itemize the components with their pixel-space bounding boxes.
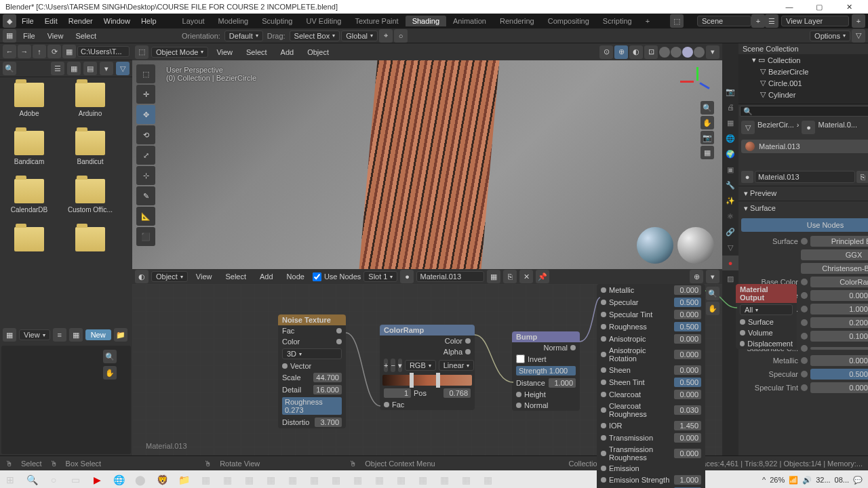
nav-refresh-icon[interactable]: ⟳ <box>47 45 61 58</box>
task-app-icon[interactable]: ▦ <box>282 470 302 488</box>
bump-invert-checkbox[interactable] <box>516 354 525 363</box>
menu-edit[interactable]: Edit <box>39 17 63 25</box>
transform-orient-dropdown[interactable]: Global <box>341 30 378 41</box>
folder-item[interactable]: Custom Offic... <box>66 179 114 214</box>
tray-chevron-icon[interactable]: ^ <box>762 476 766 484</box>
path-input[interactable]: C:\Users\T... <box>77 46 130 57</box>
bsdf-value[interactable]: 0.000 <box>674 334 701 344</box>
menu-render[interactable]: Render <box>63 17 98 25</box>
scene-input[interactable] <box>697 16 751 26</box>
prop-value[interactable]: 0.100 <box>810 331 868 342</box>
folder-item[interactable]: Adobe <box>5 83 53 117</box>
shader-type-dropdown[interactable]: Object <box>151 271 188 282</box>
gizmo-icon[interactable]: ⊕ <box>614 45 628 59</box>
breadcrumb-material[interactable]: Material.0... <box>818 121 856 134</box>
noise-scale-value[interactable]: 44.700 <box>313 373 342 382</box>
shade-solid-icon[interactable] <box>671 47 682 58</box>
nav-back-icon[interactable]: ← <box>3 45 16 58</box>
close-button[interactable]: ✕ <box>835 3 863 12</box>
open-icon[interactable]: 📁 <box>114 328 127 342</box>
node-principled-bsdf[interactable]: Metallic0.000Specular0.500Specular Tint0… <box>597 284 705 488</box>
folder-item[interactable]: Arduino <box>66 83 114 117</box>
tool-transform[interactable]: ⊹ <box>136 166 155 185</box>
task-app-icon[interactable]: ▦ <box>326 470 346 488</box>
material-ball-icon[interactable]: ● <box>400 270 414 283</box>
tab-texturepaint[interactable]: Texture Paint <box>348 16 405 26</box>
filter-funnel-icon[interactable]: ▽ <box>116 62 130 75</box>
surface-shader-value[interactable]: Principled BSDF <box>810 236 868 247</box>
task-app-icon[interactable]: ▦ <box>239 470 259 488</box>
editor-type-3dview-icon[interactable]: ⬚ <box>135 45 149 59</box>
new-button[interactable]: New <box>85 329 111 340</box>
vp-menu-select[interactable]: Select <box>241 48 273 56</box>
selectability-icon[interactable]: ⊙ <box>599 45 613 59</box>
tab-uvediting[interactable]: UV Editing <box>299 16 348 26</box>
vp-menu-view[interactable]: View <box>211 48 238 56</box>
prop-value[interactable]: 0.200 <box>810 317 868 328</box>
node-noise-texture[interactable]: Noise Texture Fac Color 3D Vector Scale4… <box>278 314 346 428</box>
view-dropdown[interactable]: View <box>19 329 50 340</box>
tool-scale[interactable]: ⤢ <box>136 146 155 165</box>
mat-browse-icon[interactable]: ▦ <box>487 270 500 283</box>
noise-dim-dropdown[interactable]: 3D <box>282 348 342 359</box>
subsurface-method-value[interactable]: Christensen-Burley <box>801 263 868 274</box>
bsdf-value[interactable]: 0.500 <box>674 322 701 331</box>
outliner-search-input[interactable] <box>740 106 868 117</box>
tool-measure[interactable]: 📐 <box>136 207 155 226</box>
task-app-icon[interactable]: ▦ <box>304 470 324 488</box>
tab-output-icon[interactable]: 🖨 <box>722 100 738 115</box>
folder-item[interactable] <box>66 227 114 254</box>
tab-layout[interactable]: Layout <box>176 16 212 26</box>
tab-particle-icon[interactable]: ✨ <box>722 193 738 208</box>
node-bump[interactable]: Bump Normal Invert Strength 1.000 Distan… <box>512 331 580 411</box>
ne-zoom-icon[interactable]: 🔍 <box>706 287 719 300</box>
prop-value[interactable]: 0.000 <box>810 382 868 393</box>
ramp-index-value[interactable]: 1 <box>384 388 411 398</box>
zoom-icon[interactable]: 🔍 <box>103 350 117 363</box>
bsdf-value[interactable]: 0.000 <box>674 390 701 399</box>
tool-move[interactable]: ✥ <box>136 105 155 124</box>
start-button[interactable]: ⊞ <box>0 470 20 488</box>
panel-surface[interactable]: Surface <box>738 201 868 216</box>
tab-render-icon[interactable]: 📷 <box>722 84 738 99</box>
snap-icon[interactable]: ⌖ <box>379 29 393 43</box>
shading-dropdown-icon[interactable]: ▾ <box>706 45 719 59</box>
mat-pin-icon[interactable]: 📌 <box>536 270 549 283</box>
task-explorer-icon[interactable]: 📁 <box>174 470 194 488</box>
task-edge-icon[interactable]: 🌐 <box>108 470 129 488</box>
noise-detail-value[interactable]: 16.000 <box>313 385 342 394</box>
prop-value[interactable] <box>810 347 868 350</box>
task-app-icon[interactable]: ▦ <box>456 470 476 488</box>
tray-temp[interactable]: 32... <box>816 476 830 484</box>
outliner-item[interactable]: ▽ Circle.001 <box>738 77 868 89</box>
options-dropdown[interactable]: Options <box>810 30 850 41</box>
panel-preview[interactable]: Preview <box>738 186 868 201</box>
ramp-rgb-dropdown[interactable]: RGB <box>405 360 436 371</box>
ramp-del-icon[interactable]: − <box>391 359 395 372</box>
task-blender-icon[interactable]: ▦ <box>477 470 498 488</box>
bsdf-value[interactable]: 1.450 <box>674 421 701 430</box>
mat-browse-icon[interactable]: ● <box>741 171 753 183</box>
prop-value[interactable]: 1.000 <box>810 304 868 314</box>
scene-icon[interactable]: ⬚ <box>670 14 684 28</box>
use-nodes-button[interactable]: Use Nodes <box>741 218 868 232</box>
editor-type-browser-icon[interactable]: ▦ <box>3 29 16 43</box>
ramp-interp-dropdown[interactable]: Linear <box>439 360 475 371</box>
shade-wireframe-icon[interactable] <box>659 47 670 58</box>
editor-type-shader-icon[interactable]: ◐ <box>135 270 149 283</box>
tool-cursor[interactable]: ✛ <box>136 85 155 104</box>
menu-help[interactable]: Help <box>136 17 162 25</box>
ne-gizmo-icon[interactable]: ⊕ <box>690 270 703 283</box>
ne-menu-add[interactable]: Add <box>254 272 279 281</box>
output-target-dropdown[interactable]: All <box>740 304 793 315</box>
outliner-scene-collection[interactable]: Scene Collection <box>738 43 868 54</box>
shade-rendered-icon[interactable] <box>694 47 705 58</box>
shade-material-icon[interactable] <box>682 47 693 58</box>
prop-value[interactable]: 0.500 <box>810 369 868 380</box>
persp-btn-icon[interactable]: ▦ <box>701 146 714 159</box>
ne-pan-icon[interactable]: ✋ <box>706 302 719 315</box>
tab-constraint-icon[interactable]: 🔗 <box>722 224 738 239</box>
task-app-icon[interactable]: ▦ <box>347 470 368 488</box>
tool-addcube[interactable]: ⬛ <box>136 227 155 246</box>
tab-modeling[interactable]: Modeling <box>212 16 256 26</box>
